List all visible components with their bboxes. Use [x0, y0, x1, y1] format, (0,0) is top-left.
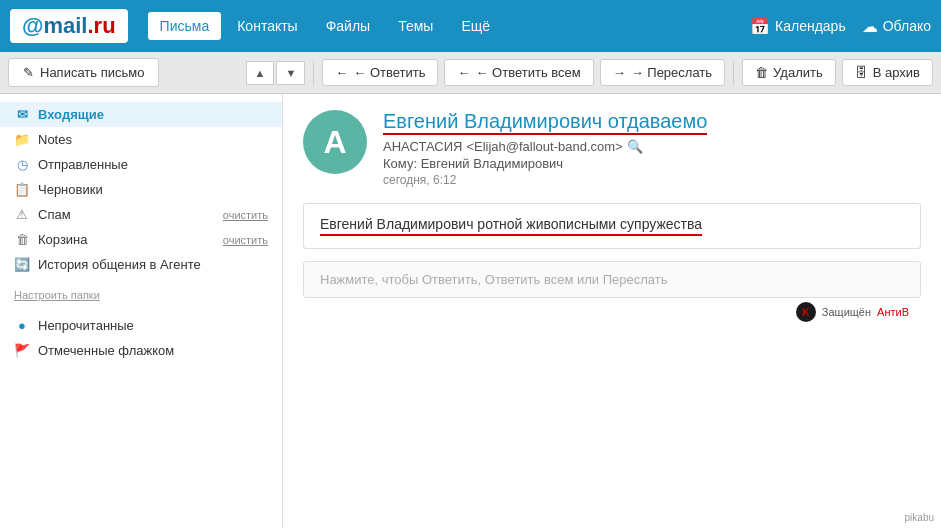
forward-icon: → — [613, 65, 626, 80]
sidebar-item-inbox[interactable]: ✉ Входящие — [0, 102, 282, 127]
email-meta: Евгений Владимирович отдаваемо АНАСТАСИЯ… — [383, 110, 921, 187]
delete-label: Удалить — [773, 65, 823, 80]
forward-button[interactable]: → → Переслать — [600, 59, 725, 86]
toolbar: ✎ Написать письмо ▲ ▼ ← ← Ответить ← ← О… — [0, 52, 941, 94]
calendar-icon: 📅 — [750, 17, 770, 36]
trash-clear-link[interactable]: очистить — [223, 234, 268, 246]
nav-item-files[interactable]: Файлы — [314, 12, 382, 40]
sidebar-unread-label: Непрочитанные — [38, 318, 268, 333]
email-subject: Евгений Владимирович отдаваемо — [383, 110, 921, 139]
to-name: Евгений Владимирович — [421, 156, 564, 171]
logo[interactable]: @mail.ru — [10, 9, 128, 43]
to-label: Кому: — [383, 156, 417, 171]
reply-all-label: ← Ответить всем — [475, 65, 580, 80]
sidebar-item-history[interactable]: 🔄 История общения в Агенте — [0, 252, 282, 277]
reply-label: ← Ответить — [353, 65, 425, 80]
from-email: <Elijah@fallout-band.com> — [466, 139, 622, 154]
unread-icon: ● — [14, 318, 30, 333]
reply-all-icon: ← — [457, 65, 470, 80]
reply-button[interactable]: ← ← Ответить — [322, 59, 438, 86]
nav-item-letters[interactable]: Письма — [148, 12, 222, 40]
protected-label: Защищён — [822, 306, 871, 318]
email-date: сегодня, 6:12 — [383, 173, 921, 187]
nav-arrows: ▲ ▼ — [246, 61, 306, 85]
calendar-nav-item[interactable]: 📅 Календарь — [750, 17, 846, 36]
email-body: Евгений Владимирович ротной живописными … — [303, 203, 921, 249]
from-name: АНАСТАСИЯ — [383, 139, 462, 154]
sidebar-item-drafts[interactable]: 📋 Черновики — [0, 177, 282, 202]
email-subject-text: Евгений Владимирович отдаваемо — [383, 110, 707, 135]
kaspersky-icon: K — [796, 302, 816, 322]
separator-1 — [313, 61, 314, 85]
sidebar-flagged-label: Отмеченные флажком — [38, 343, 268, 358]
logo-at: @ — [22, 13, 43, 38]
trash-icon: 🗑 — [14, 232, 30, 247]
sidebar-sent-label: Отправленные — [38, 157, 268, 172]
kaspersky-bar: K Защищён АнтиВ — [303, 298, 921, 326]
email-to: Кому: Евгений Владимирович — [383, 156, 921, 171]
compose-icon: ✎ — [23, 65, 34, 80]
sidebar: ✉ Входящие 📁 Notes ◷ Отправленные 📋 Черн… — [0, 94, 283, 528]
sidebar-divider — [0, 277, 282, 285]
forward-label: → Переслать — [631, 65, 712, 80]
delete-icon: 🗑 — [755, 65, 768, 80]
logo-ru: .ru — [87, 13, 115, 38]
sidebar-item-trash[interactable]: 🗑 Корзина очистить — [0, 227, 282, 252]
spam-icon: ⚠ — [14, 207, 30, 222]
sidebar-inbox-label: Входящие — [38, 107, 268, 122]
separator-2 — [733, 61, 734, 85]
configure-folders-link[interactable]: Настроить папки — [0, 285, 282, 305]
avatar: А — [303, 110, 367, 174]
reply-icon: ← — [335, 65, 348, 80]
sidebar-spam-label: Спам — [38, 207, 215, 222]
header: @mail.ru Письма Контакты Файлы Темы Ещё … — [0, 0, 941, 52]
flagged-icon: 🚩 — [14, 343, 30, 358]
email-body-text: Евгений Владимирович ротной живописными … — [320, 216, 702, 236]
sidebar-item-flagged[interactable]: 🚩 Отмеченные флажком — [0, 338, 282, 363]
email-content: А Евгений Владимирович отдаваемо АНАСТАС… — [283, 94, 941, 528]
sidebar-history-label: История общения в Агенте — [38, 257, 268, 272]
cloud-icon: ☁ — [862, 17, 878, 36]
prev-button[interactable]: ▲ — [246, 61, 275, 85]
archive-label: В архив — [873, 65, 920, 80]
inbox-icon: ✉ — [14, 107, 30, 122]
nav-item-themes[interactable]: Темы — [386, 12, 445, 40]
compose-label: Написать письмо — [40, 65, 144, 80]
sidebar-item-sent[interactable]: ◷ Отправленные — [0, 152, 282, 177]
archive-button[interactable]: 🗄 В архив — [842, 59, 933, 86]
sidebar-drafts-label: Черновики — [38, 182, 268, 197]
reply-bar[interactable]: Нажмите, чтобы Ответить, Ответить всем и… — [303, 261, 921, 298]
nav-item-more[interactable]: Ещё — [449, 12, 502, 40]
sidebar-item-spam[interactable]: ⚠ Спам очистить — [0, 202, 282, 227]
email-header: А Евгений Владимирович отдаваемо АНАСТАС… — [303, 110, 921, 187]
delete-button[interactable]: 🗑 Удалить — [742, 59, 836, 86]
sidebar-notes-label: Notes — [38, 132, 268, 147]
history-icon: 🔄 — [14, 257, 30, 272]
nav-right: 📅 Календарь ☁ Облако — [750, 17, 931, 36]
calendar-label: Календарь — [775, 18, 846, 34]
main-nav: Письма Контакты Файлы Темы Ещё — [148, 12, 750, 40]
email-from: АНАСТАСИЯ <Elijah@fallout-band.com> 🔍 — [383, 139, 921, 154]
reply-all-button[interactable]: ← ← Ответить всем — [444, 59, 593, 86]
search-sender-icon[interactable]: 🔍 — [627, 139, 643, 154]
compose-button[interactable]: ✎ Написать письмо — [8, 58, 159, 87]
pikabu-watermark: pikabu — [902, 511, 937, 524]
archive-icon: 🗄 — [855, 65, 868, 80]
sidebar-divider-2 — [0, 305, 282, 313]
cloud-nav-item[interactable]: ☁ Облако — [862, 17, 931, 36]
drafts-icon: 📋 — [14, 182, 30, 197]
cloud-label: Облако — [883, 18, 931, 34]
sidebar-trash-label: Корзина — [38, 232, 215, 247]
nav-item-contacts[interactable]: Контакты — [225, 12, 309, 40]
notes-icon: 📁 — [14, 132, 30, 147]
logo-mail: mail — [43, 13, 87, 38]
main-layout: ✉ Входящие 📁 Notes ◷ Отправленные 📋 Черн… — [0, 94, 941, 528]
spam-clear-link[interactable]: очистить — [223, 209, 268, 221]
antie-link[interactable]: АнтиВ — [877, 306, 909, 318]
sidebar-item-unread[interactable]: ● Непрочитанные — [0, 313, 282, 338]
sent-icon: ◷ — [14, 157, 30, 172]
next-button[interactable]: ▼ — [276, 61, 305, 85]
sidebar-item-notes[interactable]: 📁 Notes — [0, 127, 282, 152]
